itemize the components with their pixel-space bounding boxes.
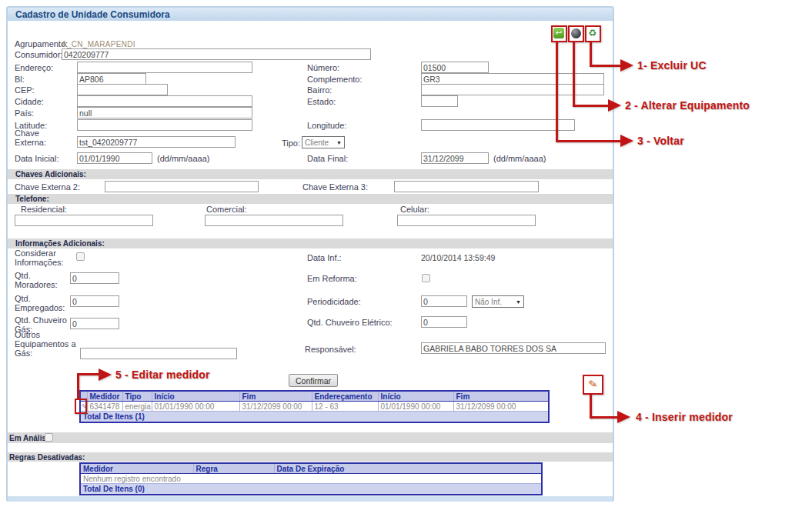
meter-header-inicio-2: Início bbox=[378, 391, 453, 402]
chave-externa-2-label: Chave Externa 2: bbox=[15, 182, 80, 192]
bairro-label: Bairro: bbox=[307, 85, 332, 95]
em-analise-checkbox[interactable] bbox=[45, 433, 53, 442]
endereco-input[interactable] bbox=[77, 62, 252, 73]
agrupamento-label: Agrupamento: bbox=[15, 39, 68, 48]
delete-uc-icon[interactable]: ♻ bbox=[587, 28, 598, 38]
annotation-line-inserir-h bbox=[590, 416, 617, 419]
annotation-line-editar-v bbox=[77, 373, 79, 399]
latitude-input[interactable] bbox=[77, 119, 252, 131]
longitude-input[interactable] bbox=[421, 119, 575, 131]
em-reforma-checkbox[interactable] bbox=[422, 274, 430, 282]
annotation-line-voltar-v bbox=[556, 41, 558, 142]
data-final-input[interactable] bbox=[421, 152, 489, 164]
meter-cell-medidor: 6341478 bbox=[87, 402, 122, 412]
bairro-input[interactable] bbox=[421, 84, 604, 95]
pais-input[interactable] bbox=[77, 107, 252, 118]
annotation-line-excluir-h bbox=[590, 65, 620, 67]
rules-table-empty-row: Nenhum registro encontrado bbox=[80, 474, 542, 484]
meter-cell-fim-2: 31/12/2099 00:00 bbox=[453, 402, 549, 412]
numero-input[interactable] bbox=[421, 62, 489, 73]
cep-input[interactable] bbox=[77, 84, 168, 95]
meter-header-medidor: Medidor bbox=[87, 391, 122, 402]
meter-table-footer-row: Total De Itens (1) bbox=[80, 412, 549, 423]
annotation-excluir-label: 1- Excluir UC bbox=[637, 59, 707, 72]
complemento-input[interactable] bbox=[421, 73, 604, 85]
annotation-arrow-inserir bbox=[617, 411, 630, 423]
responsavel-label: Responsável: bbox=[305, 345, 356, 354]
informacoes-adicionais-bar: Informações Adicionais: bbox=[8, 238, 613, 248]
chave-externa-2-input[interactable] bbox=[105, 181, 259, 192]
regras-desativadas-title: Regras Desativadas: bbox=[9, 453, 85, 462]
meter-table: Medidor Tipo Início Fim Endereçamento In… bbox=[79, 390, 550, 423]
em-analise-bar: Em Análise: bbox=[8, 432, 613, 443]
complemento-label: Complemento: bbox=[307, 75, 363, 84]
chave-externa-3-input[interactable] bbox=[394, 181, 539, 192]
outros-equipamentos-input[interactable] bbox=[80, 348, 237, 359]
rules-table-empty-text: Nenhum registro encontrado bbox=[80, 474, 542, 484]
comercial-label: Comercial: bbox=[206, 205, 247, 214]
rules-table-total: Total De Itens (0) bbox=[80, 484, 542, 495]
confirmar-button[interactable]: Confirmar bbox=[289, 374, 338, 387]
celular-input[interactable] bbox=[397, 215, 536, 226]
qtd-empregados-input[interactable] bbox=[70, 295, 119, 307]
meter-cell-inicio: 01/01/1990 00:00 bbox=[152, 402, 239, 412]
residencial-input[interactable] bbox=[15, 215, 153, 226]
periodicidade-select[interactable]: Não Inf. ▼ bbox=[472, 295, 524, 308]
consumidor-input[interactable] bbox=[62, 48, 371, 60]
consumidor-label: Consumidor: bbox=[15, 50, 62, 59]
cidade-input[interactable] bbox=[77, 95, 252, 107]
responsavel-input[interactable] bbox=[421, 342, 606, 354]
considerar-informacoes-checkbox[interactable] bbox=[76, 252, 85, 261]
estado-label: Estado: bbox=[307, 97, 336, 106]
annotation-box-excluir: ♻ bbox=[585, 25, 601, 42]
periodicidade-label: Periodicidade: bbox=[307, 297, 361, 306]
qtd-moradores-label: Qtd. Moradores: bbox=[15, 271, 65, 289]
estado-input[interactable] bbox=[421, 95, 458, 107]
data-final-hint: (dd/mm/aaaa) bbox=[493, 154, 546, 163]
chaves-adicionais-title: Chaves Adicionais: bbox=[15, 170, 86, 178]
cidade-label: Cidade: bbox=[15, 97, 44, 106]
annotation-line-excluir-v bbox=[590, 41, 592, 66]
back-icon[interactable]: ↩ bbox=[553, 28, 564, 38]
annotation-line-alterar-h bbox=[573, 105, 608, 107]
outros-equipamentos-label: Outros Equipamentos a Gás: bbox=[15, 330, 84, 358]
bl-input[interactable] bbox=[77, 73, 146, 85]
annotation-line-editar-h bbox=[77, 373, 100, 375]
annotation-box-voltar: ↩ bbox=[551, 25, 567, 42]
rules-table-footer-row: Total De Itens (0) bbox=[80, 484, 542, 495]
chave-externa-input[interactable] bbox=[77, 136, 236, 148]
annotation-line-alterar-v bbox=[573, 41, 575, 106]
periodicidade-input[interactable] bbox=[421, 295, 467, 307]
cep-label: CEP: bbox=[15, 85, 35, 95]
qtd-chuveiro-eletrico-input[interactable] bbox=[421, 316, 467, 328]
rules-header-medidor: Medidor bbox=[80, 463, 193, 474]
data-inicial-input[interactable] bbox=[77, 152, 152, 164]
insert-meter-icon[interactable]: ✎ bbox=[583, 375, 603, 393]
qtd-chuveiro-gas-input[interactable] bbox=[70, 318, 119, 329]
pais-label: País: bbox=[15, 108, 34, 118]
meter-table-header-row: Medidor Tipo Início Fim Endereçamento In… bbox=[80, 391, 549, 402]
chaves-adicionais-bar: Chaves Adicionais: bbox=[8, 169, 613, 179]
meter-header-inicio: Início bbox=[152, 391, 239, 402]
chevron-down-icon: ▼ bbox=[516, 299, 521, 305]
tipo-select-value: Cliente bbox=[305, 138, 329, 147]
qtd-moradores-input[interactable] bbox=[70, 272, 119, 284]
equipment-icon[interactable] bbox=[571, 28, 581, 38]
annotation-box-alterar bbox=[568, 25, 584, 42]
residencial-label: Residencial: bbox=[21, 205, 67, 214]
agrupamento-value: A_CN_MARAPENDI bbox=[62, 40, 135, 48]
comercial-input[interactable] bbox=[205, 215, 343, 226]
tipo-select[interactable]: Cliente ▼ bbox=[302, 136, 345, 148]
rules-header-expiracao: Data De Expiração bbox=[274, 463, 542, 474]
celular-label: Celular: bbox=[400, 205, 429, 214]
data-inf-value: 20/10/2014 13:59:49 bbox=[421, 253, 495, 262]
annotation-alterar-label: 2 - Alterar Equipamento bbox=[625, 99, 750, 112]
qtd-chuveiro-eletrico-label: Qtd. Chuveiro Elétrico: bbox=[307, 318, 393, 327]
meter-header-enderecamento: Endereçamento bbox=[312, 391, 378, 402]
annotation-box-editar bbox=[75, 399, 87, 414]
annotation-editar-label: 5 - Editar medidor bbox=[115, 369, 210, 381]
annotation-arrow-voltar bbox=[620, 135, 633, 147]
annotation-line-inserir-v bbox=[590, 393, 592, 419]
qtd-empregados-label: Qtd. Empregados: bbox=[15, 294, 73, 312]
screenshot-stage: Cadastro de Unidade Consumidora ↩ ♻ Agru… bbox=[0, 0, 812, 507]
